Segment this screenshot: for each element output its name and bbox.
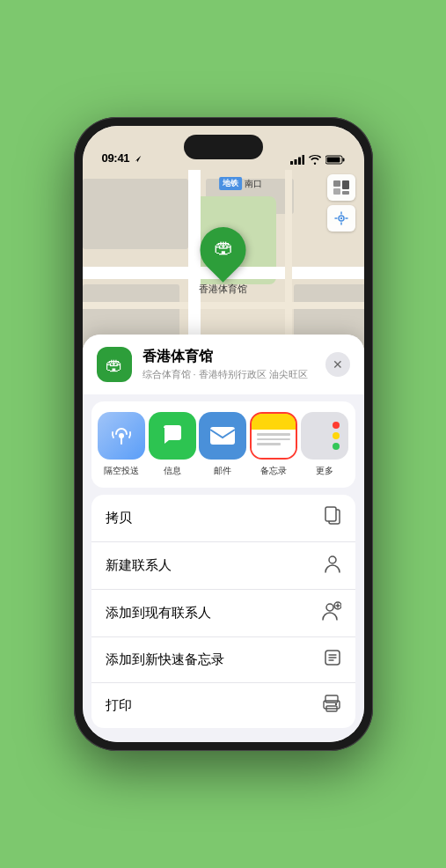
note-icon: [324, 649, 341, 671]
location-card-icon: 🏟: [97, 347, 132, 382]
share-item-mail[interactable]: 邮件: [198, 412, 249, 477]
svg-rect-14: [210, 427, 235, 445]
pin-label: 香港体育馆: [199, 283, 247, 296]
action-quick-note-label: 添加到新快速备忘录: [106, 651, 224, 668]
copy-icon: [324, 506, 341, 530]
action-new-contact[interactable]: 新建联系人: [91, 542, 355, 590]
location-card-subtitle: 综合体育馆 · 香港特别行政区 油尖旺区: [143, 368, 315, 381]
close-icon: ✕: [333, 357, 343, 371]
airdrop-icon: [98, 412, 145, 460]
location-button[interactable]: [327, 205, 355, 232]
map-label-text: 南口: [245, 178, 262, 190]
more-icon: [301, 412, 348, 460]
print-icon: [322, 695, 341, 717]
messages-icon: [149, 412, 196, 460]
svg-point-18: [326, 604, 333, 611]
more-dot-green: [333, 443, 340, 450]
dynamic-island: [184, 135, 263, 159]
action-add-contact[interactable]: 添加到现有联系人: [91, 590, 355, 637]
svg-rect-1: [294, 159, 296, 165]
map-label: 地铁 南口: [219, 177, 262, 190]
pin-icon: 🏟: [214, 236, 233, 259]
action-print-label: 打印: [106, 697, 132, 714]
map-controls: [327, 174, 355, 232]
share-item-airdrop[interactable]: 隔空投送: [97, 412, 148, 477]
person-icon: [324, 554, 341, 577]
action-copy-label: 拷贝: [106, 510, 132, 526]
svg-rect-7: [333, 180, 340, 187]
more-dot-yellow: [333, 432, 340, 439]
pin-circle: 🏟: [191, 217, 256, 283]
mail-label: 邮件: [214, 465, 231, 477]
battery-icon: [325, 155, 345, 165]
svg-rect-5: [342, 158, 344, 162]
location-card: 🏟 香港体育馆 综合体育馆 · 香港特别行政区 油尖旺区 ✕: [83, 335, 364, 394]
svg-rect-6: [326, 158, 340, 163]
phone-frame: 09:41: [74, 117, 373, 751]
location-pin: 🏟 香港体育馆: [199, 227, 247, 296]
action-print[interactable]: 打印: [91, 683, 355, 728]
svg-point-17: [329, 556, 336, 563]
action-copy[interactable]: 拷贝: [91, 495, 355, 542]
action-add-contact-label: 添加到现有联系人: [106, 605, 211, 622]
status-icons: [290, 155, 345, 165]
svg-point-12: [340, 217, 341, 219]
action-new-contact-label: 新建联系人: [106, 557, 172, 574]
svg-rect-8: [342, 180, 349, 189]
location-info: 香港体育馆 综合体育馆 · 香港特别行政区 油尖旺区: [143, 348, 315, 381]
signal-icon: [290, 155, 304, 165]
share-item-more[interactable]: 更多: [299, 412, 350, 477]
status-time: 09:41: [102, 151, 130, 165]
svg-rect-2: [298, 158, 301, 166]
svg-rect-3: [302, 155, 304, 165]
more-label: 更多: [316, 465, 333, 477]
action-list: 拷贝 新建联系人: [91, 495, 355, 728]
share-item-messages[interactable]: 信息: [147, 412, 198, 477]
map-label-badge: 地铁: [219, 177, 242, 190]
svg-rect-16: [325, 507, 336, 521]
action-quick-note[interactable]: 添加到新快速备忘录: [91, 637, 355, 683]
svg-point-24: [334, 703, 336, 705]
person-add-icon: [322, 601, 341, 625]
airdrop-label: 隔空投送: [104, 465, 139, 477]
wifi-icon: [309, 155, 321, 165]
mail-icon: [199, 412, 246, 460]
share-row: 隔空投送 信息: [91, 401, 355, 488]
svg-rect-21: [325, 695, 338, 702]
map-view-button[interactable]: [327, 174, 355, 201]
notes-icon: [250, 412, 297, 460]
bottom-sheet: 🏟 香港体育馆 综合体育馆 · 香港特别行政区 油尖旺区 ✕: [83, 335, 364, 742]
notes-label: 备忘录: [260, 465, 287, 477]
svg-rect-0: [290, 161, 293, 165]
svg-rect-10: [342, 191, 349, 195]
location-card-name: 香港体育馆: [143, 348, 315, 366]
close-button[interactable]: ✕: [325, 352, 350, 377]
phone-screen: 09:41: [83, 126, 364, 742]
more-dot-red: [333, 422, 340, 429]
location-arrow-icon: [134, 154, 143, 163]
messages-label: 信息: [164, 465, 181, 477]
svg-rect-9: [333, 188, 340, 195]
share-item-notes[interactable]: 备忘录: [248, 412, 299, 477]
